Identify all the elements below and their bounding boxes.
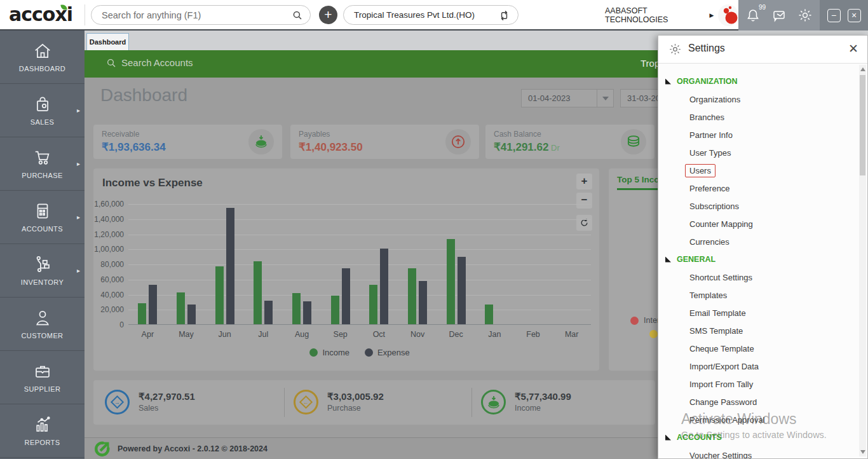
income-bar-nov[interactable] <box>408 268 416 324</box>
settings-item-email-template[interactable]: Email Template <box>658 304 859 322</box>
date-from-field[interactable]: 01-04-2023 <box>521 89 614 107</box>
footer-text: Powered by Accoxi - 2.0.12 © 2018-2024 <box>118 444 268 453</box>
expense-bar-apr[interactable] <box>149 285 157 324</box>
minimize-icon[interactable]: − <box>827 9 841 22</box>
sidebar-item-supplier[interactable]: SUPPLIER <box>0 351 85 404</box>
diamond-arrow-icon: → <box>105 390 130 414</box>
expense-bar-aug[interactable] <box>303 301 311 324</box>
settings-item-shortcut-settings[interactable]: Shortcut Settings <box>658 268 859 286</box>
income-bar-dec[interactable] <box>447 239 455 324</box>
sidebar-item-label: DASHBOARD <box>19 65 65 72</box>
sidebar-item-dashboard[interactable]: DASHBOARD <box>0 31 85 84</box>
add-new-button[interactable]: + <box>319 6 337 24</box>
settings-item-templates[interactable]: Templates <box>658 286 859 304</box>
app-window: accoxi + Tropical Treasures Pvt Ltd.(HO)… <box>0 0 868 459</box>
income-bar-may[interactable] <box>177 292 185 324</box>
avatar[interactable] <box>718 4 738 26</box>
settings-item-partner-info[interactable]: Partner Info <box>658 126 859 144</box>
income-bar-sep[interactable] <box>331 296 339 324</box>
expense-bar-dec[interactable] <box>458 257 466 324</box>
sidebar-item-sales[interactable]: SALES▸ <box>0 84 85 137</box>
purchase-total-value: ₹3,03,005.92 <box>327 391 384 402</box>
x-tick-label: Jan <box>475 330 514 339</box>
global-search[interactable] <box>91 5 311 25</box>
settings-item-organizations[interactable]: Organizations <box>658 90 859 108</box>
settings-item-voucher-settings[interactable]: Voucher Settings <box>658 446 859 458</box>
x-tick-label: Sep <box>321 330 360 339</box>
expense-bar-jul[interactable] <box>264 301 273 324</box>
scroll-thumb[interactable] <box>860 75 865 175</box>
settings-item-user-types[interactable]: User Types <box>658 144 859 161</box>
settings-item-label: Change Password <box>689 397 757 407</box>
settings-item-sms-template[interactable]: SMS Template <box>658 322 859 339</box>
settings-header: Settings ✕ <box>658 36 867 64</box>
close-icon[interactable]: × <box>848 9 861 22</box>
settings-item-counter-mapping[interactable]: Counter Mapping <box>658 215 859 233</box>
sidebar-item-purchase[interactable]: PURCHASE▸ <box>0 137 85 191</box>
expense-bar-jun[interactable] <box>226 208 234 324</box>
tab-dashboard[interactable]: Dashboard <box>86 33 129 50</box>
settings-item-import-export-data[interactable]: Import/Export Data <box>658 357 859 375</box>
org-selector[interactable]: AABASOFT TECHNOLOGIES ▶ <box>605 0 738 31</box>
legend-item-expense[interactable]: Expense <box>365 348 410 357</box>
date-from-value: 01-04-2023 <box>528 93 571 103</box>
settings-item-permission-approval[interactable]: Permission Approval <box>658 411 859 428</box>
settings-item-subscriptions[interactable]: Subscriptions <box>658 197 859 215</box>
sidebar-item-accounts[interactable]: ACCOUNTS▸ <box>0 191 85 244</box>
scroll-down-icon[interactable] <box>860 450 865 454</box>
income-bar-jan[interactable] <box>485 305 493 324</box>
payables-card[interactable]: Payables₹1,40,923.50 <box>290 125 479 159</box>
collapse-triangle-icon[interactable] <box>665 79 671 85</box>
income-bar-jun[interactable] <box>215 266 224 324</box>
y-tick-label: 60,000 <box>100 275 124 284</box>
chat-icon[interactable] <box>771 8 787 23</box>
cash-balance-card[interactable]: Cash Balance₹41,291.62 Dr <box>485 125 654 159</box>
income-expense-panel: Income vs Expense + − 020,00040,00060,00… <box>93 168 599 371</box>
settings-section-organization[interactable]: ORGANIZATION <box>658 72 859 90</box>
scroll-up-icon[interactable] <box>860 67 865 71</box>
close-icon[interactable]: ✕ <box>848 41 858 56</box>
settings-item-label: Currencies <box>689 237 729 247</box>
divider <box>284 388 285 417</box>
income-bar-apr[interactable] <box>138 303 146 324</box>
page-title: Dashboard <box>100 85 187 106</box>
income-bar-aug[interactable] <box>292 293 301 324</box>
settings-section-general[interactable]: GENERAL <box>658 250 859 268</box>
sidebar-item-reports[interactable]: REPORTS <box>0 404 85 458</box>
expense-bar-nov[interactable] <box>419 281 427 324</box>
settings-item-change-password[interactable]: Change Password <box>658 393 859 411</box>
search-input[interactable] <box>102 6 286 24</box>
card-value: ₹1,40,923.50 <box>299 140 363 154</box>
legend-item-income[interactable]: Income <box>309 348 349 357</box>
settings-section-accounts[interactable]: ACCOUNTS <box>658 428 859 446</box>
bell-icon[interactable]: 99 <box>745 8 761 23</box>
sidebar-item-customer[interactable]: CUSTOMER <box>0 298 85 351</box>
collapse-triangle-icon[interactable] <box>665 435 671 441</box>
company-name: Tropical Treasures Pvt Ltd.(HO) <box>354 10 475 20</box>
settings-item-import-from-tally[interactable]: Import From Tally <box>658 375 859 393</box>
chevron-down-icon[interactable] <box>597 90 613 107</box>
settings-item-label: Preference <box>689 184 730 193</box>
sidebar-item-inventory[interactable]: INVENTORY▸ <box>0 244 85 298</box>
company-selector[interactable]: Tropical Treasures Pvt Ltd.(HO) <box>343 5 519 25</box>
x-tick-label: Oct <box>360 330 398 339</box>
gear-icon[interactable] <box>797 8 813 23</box>
income-bar-oct[interactable] <box>369 285 377 324</box>
zoom-in-button[interactable]: + <box>576 174 592 189</box>
expense-bar-oct[interactable] <box>380 249 388 324</box>
receivable-card[interactable]: Receivable₹1,93,636.34 <box>93 125 282 159</box>
search-accounts[interactable]: Search Accounts <box>106 57 193 68</box>
collapse-triangle-icon[interactable] <box>665 257 671 263</box>
y-tick-label: 20,000 <box>100 305 124 314</box>
income-bar-jul[interactable] <box>254 261 262 324</box>
settings-item-preference[interactable]: Preference <box>658 179 859 197</box>
settings-scrollbar[interactable] <box>859 65 866 456</box>
swap-icon[interactable] <box>498 10 510 22</box>
expense-bar-may[interactable] <box>187 305 196 324</box>
settings-item-branches[interactable]: Branches <box>658 108 859 126</box>
y-tick-label: 1,00,000 <box>94 245 124 254</box>
settings-item-users[interactable]: Users <box>658 161 859 179</box>
settings-item-cheque-template[interactable]: Cheque Template <box>658 339 859 357</box>
expense-bar-sep[interactable] <box>342 268 350 324</box>
settings-item-currencies[interactable]: Currencies <box>658 233 859 250</box>
